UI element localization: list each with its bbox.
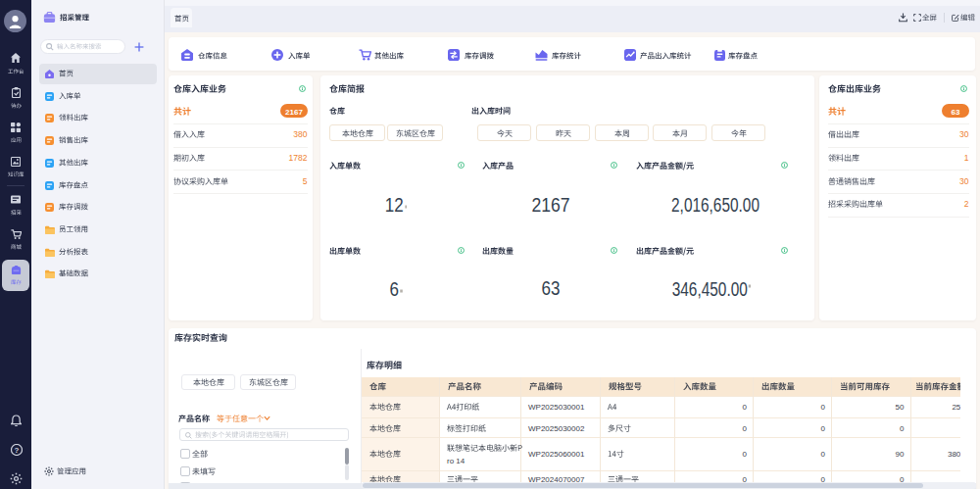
svg-text:?: ? (14, 446, 19, 455)
